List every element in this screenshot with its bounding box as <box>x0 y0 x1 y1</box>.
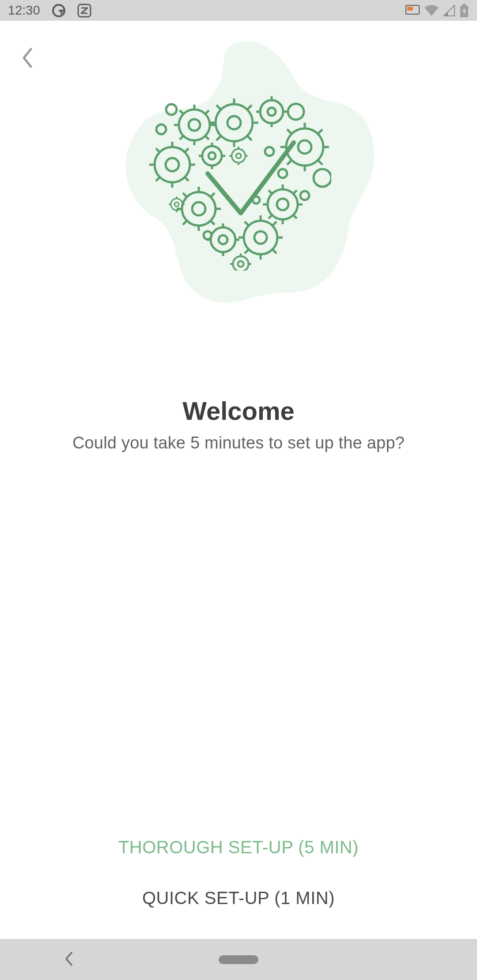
svg-point-91 <box>174 202 179 207</box>
status-bar-left: 12:30 <box>8 3 91 18</box>
svg-line-15 <box>216 136 221 140</box>
svg-point-115 <box>233 256 248 271</box>
svg-line-14 <box>247 136 252 140</box>
svg-point-56 <box>202 146 222 166</box>
svg-line-41 <box>185 148 189 152</box>
welcome-title: Welcome <box>0 396 477 426</box>
svg-point-57 <box>208 152 216 159</box>
svg-point-27 <box>268 108 276 116</box>
svg-point-34 <box>166 104 177 115</box>
svg-point-99 <box>219 235 227 244</box>
svg-line-76 <box>211 193 215 197</box>
gears-shield-icon <box>146 85 331 271</box>
svg-point-97 <box>300 191 309 200</box>
svg-rect-5 <box>462 4 466 6</box>
svg-line-25 <box>180 136 183 139</box>
chevron-left-icon <box>64 951 74 967</box>
svg-line-88 <box>293 215 297 219</box>
svg-point-70 <box>182 192 216 226</box>
svg-line-112 <box>273 249 276 253</box>
svg-point-80 <box>268 189 298 219</box>
status-time: 12:30 <box>8 3 40 18</box>
svg-point-62 <box>232 149 246 163</box>
svg-line-54 <box>287 160 292 165</box>
svg-point-96 <box>253 196 260 204</box>
svg-line-24 <box>205 136 209 139</box>
wifi-icon <box>424 5 439 16</box>
svg-line-78 <box>211 221 215 225</box>
svg-line-79 <box>183 221 187 225</box>
svg-line-43 <box>185 177 189 181</box>
nav-home-pill[interactable] <box>219 955 258 964</box>
svg-point-55 <box>314 169 331 187</box>
svg-point-46 <box>298 140 311 154</box>
battery-icon <box>459 4 469 17</box>
svg-point-98 <box>211 227 235 252</box>
thorough-setup-button[interactable]: THOROUGH SET-UP (5 MIN) <box>118 837 359 857</box>
svg-line-86 <box>293 190 297 194</box>
svg-point-32 <box>288 104 304 120</box>
svg-line-13 <box>216 105 221 109</box>
svg-point-68 <box>265 147 274 156</box>
svg-point-16 <box>179 109 210 140</box>
status-bar-right <box>405 4 469 17</box>
svg-line-111 <box>245 222 249 226</box>
svg-line-23 <box>180 110 183 114</box>
app-badge-icon <box>77 4 91 18</box>
svg-point-63 <box>236 153 241 158</box>
svg-point-69 <box>278 169 287 178</box>
svg-line-53 <box>318 160 322 165</box>
svg-point-116 <box>238 261 244 267</box>
svg-point-26 <box>260 100 283 123</box>
google-icon <box>52 4 66 18</box>
svg-line-51 <box>318 129 322 134</box>
svg-point-17 <box>189 119 200 131</box>
svg-point-36 <box>166 158 179 171</box>
hero-illustration <box>0 21 477 321</box>
welcome-subtitle: Could you take 5 minutes to set up the a… <box>0 433 477 452</box>
svg-point-6 <box>216 104 253 141</box>
svg-line-42 <box>156 148 160 152</box>
svg-line-22 <box>205 110 209 114</box>
main-content: Welcome Could you take 5 minutes to set … <box>0 21 477 939</box>
svg-rect-3 <box>407 7 413 11</box>
setup-buttons: THOROUGH SET-UP (5 MIN) QUICK SET-UP (1 … <box>0 837 477 908</box>
system-nav-bar <box>0 939 477 980</box>
svg-line-52 <box>287 129 292 134</box>
svg-point-104 <box>244 221 277 254</box>
welcome-text-section: Welcome Could you take 5 minutes to set … <box>0 396 477 452</box>
svg-point-7 <box>227 116 241 129</box>
signal-icon <box>443 5 455 16</box>
svg-line-113 <box>245 249 249 253</box>
svg-line-89 <box>269 215 272 219</box>
svg-line-44 <box>156 177 160 181</box>
svg-point-81 <box>277 199 288 210</box>
svg-point-71 <box>192 202 205 215</box>
svg-line-87 <box>269 190 272 194</box>
quick-setup-button[interactable]: QUICK SET-UP (1 MIN) <box>142 888 335 908</box>
svg-line-77 <box>183 193 187 197</box>
svg-line-110 <box>273 222 276 226</box>
cast-icon <box>405 5 420 16</box>
svg-point-33 <box>156 124 166 134</box>
svg-point-105 <box>254 231 267 244</box>
status-bar: 12:30 <box>0 0 477 21</box>
nav-back-button[interactable] <box>64 951 74 969</box>
svg-line-12 <box>247 105 252 109</box>
